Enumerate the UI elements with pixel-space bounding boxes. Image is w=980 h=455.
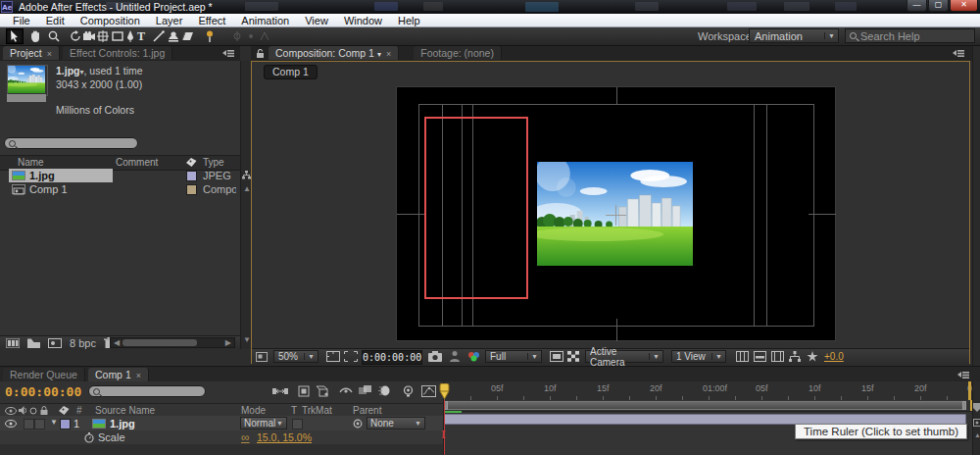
maximize-button[interactable]: ▢ bbox=[928, 0, 949, 12]
horizontal-scrollbar[interactable]: ◀ ▶ bbox=[110, 337, 235, 348]
timeline-search-input[interactable] bbox=[88, 385, 206, 397]
search-help-input[interactable]: Search Help bbox=[845, 28, 975, 43]
selection-tool[interactable] bbox=[6, 28, 24, 44]
resolution-dropdown[interactable]: Full▼ bbox=[485, 350, 542, 363]
column-source-name[interactable]: Source Name bbox=[95, 405, 155, 416]
column-mode[interactable]: Mode bbox=[241, 405, 266, 416]
timeline-button-icon[interactable] bbox=[754, 351, 766, 362]
graph-editor-icon[interactable] bbox=[421, 385, 436, 397]
layer-row-1[interactable]: ▼ 1 1.jpg Normal▼ None▼ bbox=[0, 416, 443, 431]
menu-item-0[interactable]: File bbox=[5, 15, 38, 26]
current-time-display[interactable]: 0:00:00:00 bbox=[5, 384, 81, 399]
puppet-pin-tool[interactable] bbox=[201, 28, 219, 44]
shy-layers-icon[interactable] bbox=[339, 386, 353, 396]
property-row-scale[interactable]: Scale ∞ 15.0, 15.0% bbox=[0, 430, 443, 445]
minimize-button[interactable]: — bbox=[906, 0, 927, 12]
menu-item-5[interactable]: Animation bbox=[233, 15, 297, 26]
parent-dropdown[interactable]: None▼ bbox=[367, 417, 425, 430]
panel-menu-icon[interactable] bbox=[222, 49, 235, 58]
playhead-ibeam[interactable]: I bbox=[441, 427, 446, 442]
scale-value[interactable]: 15.0, 15.0% bbox=[257, 431, 312, 443]
column-trkmat[interactable]: TrkMat bbox=[302, 405, 332, 416]
chevron-down-icon[interactable]: ▾ bbox=[377, 50, 381, 59]
tab-composition[interactable]: Composition: Comp 1 ▾× bbox=[269, 46, 399, 60]
comp-viewer[interactable] bbox=[252, 79, 969, 348]
workspace-dropdown[interactable]: Animation▼ bbox=[749, 28, 839, 43]
panel-menu-icon[interactable] bbox=[953, 49, 965, 58]
column-t[interactable]: T bbox=[291, 405, 297, 416]
close-tab-icon[interactable]: × bbox=[47, 49, 52, 59]
region-of-interest-icon[interactable] bbox=[344, 351, 358, 362]
close-tab-icon[interactable]: × bbox=[136, 371, 141, 380]
tab-footage[interactable]: Footage: (none) bbox=[414, 46, 502, 60]
scroll-up-icon[interactable]: ▲ bbox=[974, 430, 980, 440]
exposure-value[interactable]: +0.0 bbox=[824, 351, 844, 362]
project-row-comp1[interactable]: Comp 1 Composition bbox=[0, 182, 240, 196]
frame-blending-icon[interactable] bbox=[359, 385, 372, 396]
column-type[interactable]: Type bbox=[203, 157, 224, 168]
column-name[interactable]: Name bbox=[18, 157, 44, 168]
blend-mode-dropdown[interactable]: Normal▼ bbox=[240, 417, 287, 430]
draft-3d-icon[interactable] bbox=[316, 385, 329, 397]
scroll-down-icon[interactable]: ▼ bbox=[243, 335, 251, 345]
layer-name[interactable]: 1.jpg bbox=[110, 418, 135, 430]
transparency-grid-icon[interactable] bbox=[567, 351, 579, 362]
lock-panel-icon[interactable] bbox=[256, 49, 266, 58]
close-tab-icon[interactable]: × bbox=[386, 49, 391, 59]
stopwatch-icon[interactable] bbox=[84, 432, 94, 443]
expander-arrow-icon[interactable]: ▼ bbox=[50, 418, 58, 427]
new-composition-icon[interactable] bbox=[48, 338, 62, 348]
project-flowchart-icon[interactable] bbox=[242, 171, 251, 179]
comp-button-icon[interactable] bbox=[973, 419, 980, 427]
menu-item-8[interactable]: Help bbox=[390, 15, 428, 26]
panel-menu-icon[interactable] bbox=[957, 371, 970, 379]
menu-item-3[interactable]: Layer bbox=[148, 15, 191, 26]
switch-box[interactable] bbox=[34, 419, 45, 430]
constrain-proportions-icon[interactable]: ∞ bbox=[241, 430, 250, 444]
live-update-icon[interactable] bbox=[298, 385, 310, 397]
motion-blur-icon[interactable] bbox=[378, 385, 390, 396]
scroll-left-icon[interactable]: ◀ bbox=[114, 338, 120, 348]
label-swatch[interactable] bbox=[186, 171, 197, 181]
eye-icon[interactable] bbox=[5, 420, 17, 428]
comp-flowchart-icon[interactable] bbox=[771, 351, 784, 362]
interpret-footage-icon[interactable] bbox=[6, 338, 20, 348]
time-navigator-start[interactable] bbox=[444, 411, 462, 413]
footage-name[interactable]: 1.jpg bbox=[56, 65, 80, 76]
camera-view-dropdown[interactable]: Active Camera▼ bbox=[585, 350, 663, 363]
menu-item-2[interactable]: Composition bbox=[73, 15, 148, 26]
comp-frame[interactable] bbox=[396, 86, 836, 341]
column-parent[interactable]: Parent bbox=[353, 405, 381, 416]
fast-previews-icon[interactable] bbox=[807, 351, 818, 362]
scrollbar-thumb[interactable] bbox=[122, 339, 197, 346]
toggle-viewer-lock-icon[interactable] bbox=[736, 351, 749, 362]
show-snapshot-icon[interactable] bbox=[450, 351, 460, 362]
property-name[interactable]: Scale bbox=[98, 431, 125, 443]
project-search-input[interactable] bbox=[4, 137, 138, 149]
comp-mini-flowchart-icon[interactable] bbox=[272, 386, 288, 396]
label-color-icon[interactable] bbox=[186, 158, 197, 168]
zoom-tool[interactable] bbox=[45, 28, 63, 44]
safe-margins-icon[interactable] bbox=[326, 351, 340, 362]
switch-box[interactable] bbox=[24, 419, 34, 430]
tab-project[interactable]: Project× bbox=[3, 46, 60, 60]
magnification-dropdown[interactable]: 50%▼ bbox=[273, 350, 318, 363]
menu-item-7[interactable]: Window bbox=[336, 15, 390, 26]
row-name[interactable]: 1.jpg bbox=[29, 170, 55, 181]
menu-item-6[interactable]: View bbox=[297, 15, 336, 26]
label-swatch[interactable] bbox=[186, 184, 197, 195]
comp-breadcrumb-button[interactable]: Comp 1 bbox=[264, 65, 318, 79]
comp-timecode[interactable]: 0:00:00:00 bbox=[362, 350, 422, 365]
type-tool[interactable]: T bbox=[132, 28, 150, 44]
show-channels-icon[interactable] bbox=[467, 351, 480, 362]
row-name[interactable]: Comp 1 bbox=[29, 183, 68, 195]
red-region-rectangle[interactable] bbox=[424, 117, 528, 299]
project-row-1jpg[interactable]: 1.jpg JPEG bbox=[0, 169, 240, 182]
always-preview-icon[interactable] bbox=[256, 352, 268, 362]
pickwhip-icon[interactable] bbox=[353, 419, 363, 429]
snapshot-camera-icon[interactable] bbox=[428, 351, 442, 362]
tab-timeline-comp1[interactable]: Comp 1× bbox=[88, 368, 149, 381]
playhead[interactable] bbox=[438, 383, 451, 400]
scroll-right-icon[interactable]: ▶ bbox=[225, 338, 231, 348]
target-region-icon[interactable] bbox=[550, 351, 564, 362]
